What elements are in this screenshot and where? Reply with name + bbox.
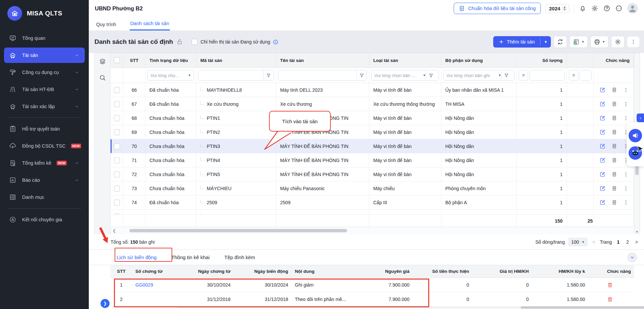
sidebar-item[interactable]: Tài sản [4,48,85,63]
asset-table-row[interactable]: 67Đã chuẩn hóaXe cứu thươngXe cứu thương… [111,97,634,111]
layers-icon[interactable] [99,58,106,65]
settings-gear-icon[interactable] [591,5,598,12]
history-row[interactable]: 1GG002930/10/202430/10/2024Ghi giảm7.900… [111,278,634,292]
notifications-bell-icon[interactable] [579,5,586,12]
copy-button[interactable] [611,129,618,135]
sidebar-item[interactable]: Hỗ trợ quyết toán [4,121,85,137]
col-code[interactable]: Mã tài sản [196,53,276,68]
col-dept[interactable]: Bộ phận sử dụng [441,53,517,68]
asset-table-row[interactable]: 71Chưa chuẩn hóaPTIN4MÁY TÍNH ĐỂ BÀN PHÒ… [111,153,634,167]
row-checkbox[interactable] [114,115,120,121]
col-stt[interactable]: STT [123,53,145,68]
copy-button[interactable] [611,101,618,107]
name-filter-input[interactable] [278,70,367,81]
row-checkbox[interactable] [114,157,120,163]
prev-page-button[interactable]: < [591,239,596,245]
side-panel-toggle[interactable]: › [637,113,644,122]
h-scroll-thumb[interactable] [129,229,347,232]
row-menu-button[interactable] [623,115,629,121]
row-checkbox[interactable] [114,171,120,177]
edit-button[interactable] [599,185,606,191]
col-name[interactable]: Tên tài sản [276,53,369,68]
filter-funnel-icon[interactable] [263,70,273,80]
col-status[interactable]: Tình trạng dữ liệu [145,53,196,68]
qty-filter-input[interactable] [529,70,565,81]
edit-button[interactable] [599,157,606,163]
extra-operator[interactable]: = [569,70,578,81]
extra-filter-input[interactable] [580,70,591,81]
delete-button[interactable] [607,282,613,288]
copy-button[interactable] [611,185,618,191]
row-menu-button[interactable] [623,171,629,177]
asset-table-row[interactable]: 72Chưa chuẩn hóaPTIN5MÁY TÍNH ĐỂ BÀN PHÒ… [111,167,634,181]
user-avatar[interactable] [627,3,638,14]
tab-danh-sach-tai-san[interactable]: Danh sách tài sản [130,17,170,30]
sidebar-item[interactable]: Kết nối chuyên gia [4,212,85,227]
tab-quy-trinh[interactable]: Quy trình [95,18,117,30]
asset-table-row[interactable]: 69Chưa chuẩn hóaPTIN2MÁY TÍNH ĐỂ BÀN PHÒ… [111,125,634,139]
row-menu-button[interactable] [623,200,629,206]
copy-button[interactable] [611,157,618,163]
type-filter-select[interactable]: Vui lòng chọn bản ...▼ [371,70,439,81]
page-1-button[interactable]: 1 [615,239,621,245]
scroll-left-icon[interactable]: ❮ [113,228,116,233]
copy-button[interactable] [611,87,618,93]
refresh-button[interactable] [554,36,567,48]
search-icon[interactable] [99,74,106,81]
filter-funnel-icon[interactable] [357,70,367,80]
edit-button[interactable] [599,115,606,121]
horizontal-scrollbar[interactable]: ❮ [111,227,634,234]
year-selector[interactable]: 2024 ▲▼ [545,4,569,13]
sidebar-item[interactable]: Tài sản HT-ĐB [4,82,85,97]
row-checkbox[interactable] [114,101,120,107]
row-menu-button[interactable] [623,101,629,107]
print-button[interactable]: ▼ [590,36,608,48]
only-in-use-checkbox[interactable] [192,39,198,45]
sidebar-item[interactable]: Tổng kiểm kêNEW [4,155,85,171]
year-spinner-icon[interactable]: ▲▼ [562,6,567,11]
bottom-scroll-thumb[interactable] [521,306,644,309]
asset-table-row[interactable]: 74Đã chuẩn hóa25092509Cấp IIIBộ phận A1 [111,196,634,210]
edit-button[interactable] [599,129,606,135]
edit-button[interactable] [599,87,606,93]
col-qty[interactable]: Số lượng [517,53,567,68]
brand-logo-row[interactable]: MISA QLTS [0,0,89,25]
history-row[interactable]: 231/12/201831/12/2018Theo dõi trên phần … [111,292,634,307]
col-type[interactable]: Loại tài sản [369,53,441,68]
delete-button[interactable] [607,296,613,303]
status-filter-select[interactable]: Vui lòng chọ...▼ [147,70,194,81]
chatbot-robot-icon[interactable] [629,146,642,160]
dept-filter-select[interactable]: Vui lòng chọn bản ghi▼ [443,70,514,81]
more-options-icon[interactable] [615,5,623,12]
sidebar-item[interactable]: Tài sản xác lập [4,99,85,114]
edit-button[interactable] [599,171,606,177]
row-menu-button[interactable] [623,185,629,191]
next-page-button[interactable]: > [634,239,639,245]
info-icon[interactable] [273,39,278,45]
sidebar-item[interactable]: Công cụ dụng cụ [4,65,85,80]
table-settings-button[interactable] [611,36,625,48]
qty-operator[interactable]: = [519,70,528,81]
copy-button[interactable] [611,143,618,149]
tab-thong-tin-ke-khai[interactable]: Thông tin kê khai [171,254,209,260]
help-question-icon[interactable] [603,5,610,12]
asset-table-row[interactable]: 70Chưa chuẩn hóaPTIN3MÁY TÍNH ĐỂ BÀN PHÒ… [111,139,634,153]
row-checkbox[interactable] [114,200,120,206]
asset-table-row[interactable]: 66Đã chuẩn hóaMAYTINHDELL8Máy tính DELL … [111,83,634,97]
tab-tep-dinh-kem[interactable]: Tệp đính kèm [224,254,255,260]
scroll-down-icon[interactable]: ▼ [634,230,640,234]
announcement-megaphone-icon[interactable] [629,129,642,142]
rows-per-page-select[interactable]: 100 ▼ [568,238,588,246]
more-actions-button[interactable] [627,36,639,47]
code-filter-text[interactable] [199,70,263,80]
sidebar-item[interactable]: Tổng quan [4,30,85,46]
edit-button[interactable] [599,101,606,107]
collapse-panel-button[interactable] [627,252,637,262]
sidebar-item[interactable]: Báo cáo [4,172,85,188]
tab-lich-su-bien-dong[interactable]: Lịch sử biến động [117,254,156,260]
normalize-data-button[interactable]: Chuẩn hóa dữ liệu tài sản công [454,3,541,14]
copy-button[interactable] [611,171,618,177]
asset-table-row[interactable]: 68Chưa chuẩn hóaPTIN1MÁY TÍNH ĐỂ BÀN PHÒ… [111,111,634,125]
row-checkbox[interactable] [114,143,120,149]
page-2-button[interactable]: 2 [625,239,631,245]
